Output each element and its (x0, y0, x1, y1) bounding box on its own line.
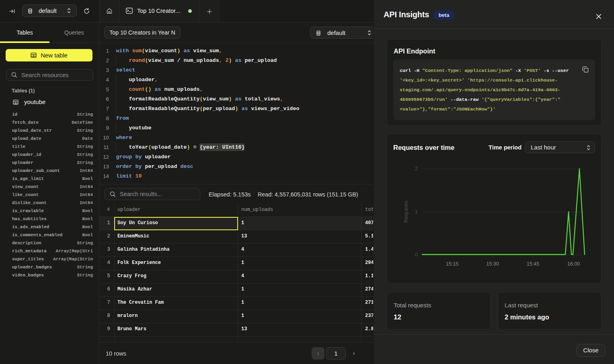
svg-text:15:15: 15:15 (446, 261, 459, 267)
svg-text:0: 0 (415, 252, 418, 258)
svg-text:15:30: 15:30 (486, 261, 499, 267)
svg-text:Requests: Requests (403, 200, 409, 223)
svg-text:2: 2 (415, 166, 418, 172)
svg-text:15:45: 15:45 (527, 261, 540, 267)
svg-text:16:00: 16:00 (567, 261, 580, 267)
svg-text:1: 1 (415, 209, 418, 215)
